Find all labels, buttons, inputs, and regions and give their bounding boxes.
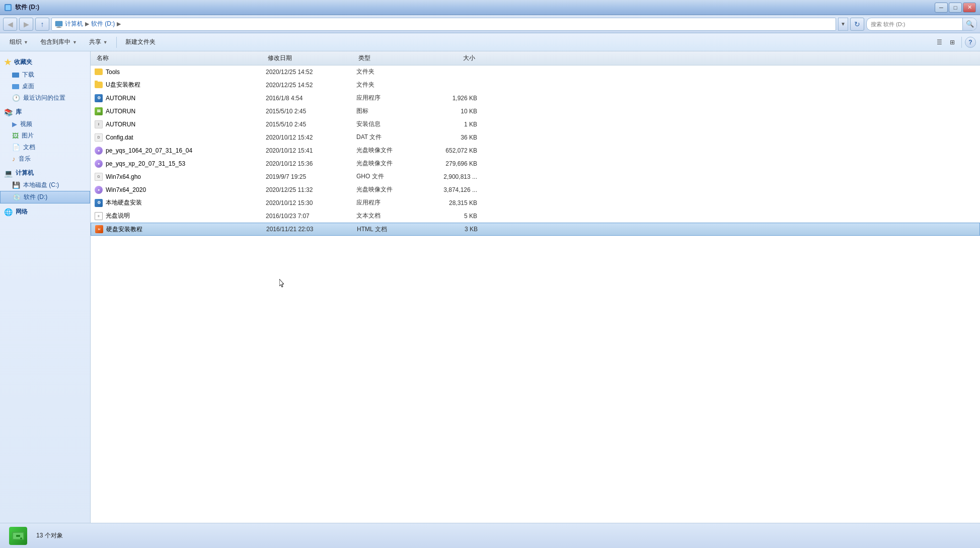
file-date-cell: 2020/12/25 14:52	[266, 82, 356, 89]
toolbar-separator	[116, 37, 117, 48]
sidebar-item-doc[interactable]: 📄 文档	[0, 142, 90, 153]
file-type-cell: 安装信息	[356, 120, 417, 128]
file-type-cell: 光盘映像文件	[356, 146, 417, 155]
file-date-cell: 2019/9/7 19:25	[266, 173, 356, 180]
sidebar-item-video[interactable]: ▶ 视频	[0, 118, 90, 130]
iso-icon: ●	[95, 160, 103, 168]
sidebar-item-music[interactable]: ♪ 音乐	[0, 153, 90, 165]
share-button[interactable]: 共享 ▼	[84, 35, 113, 49]
doc-icon: 📄	[12, 144, 20, 151]
col-header-size[interactable]: 大小	[417, 54, 477, 62]
view-grid-button[interactable]: ⊞	[946, 36, 958, 48]
col-header-name[interactable]: 名称	[95, 54, 266, 62]
help-button[interactable]: ?	[965, 37, 976, 48]
file-name-cell: ● pe_yqs_1064_20_07_31_16_04	[95, 147, 266, 155]
sidebar-item-c-drive[interactable]: 💾 本地磁盘 (C:)	[0, 179, 90, 191]
statusbar: 13 个对象	[0, 523, 980, 548]
addressbar: ◀ ▶ ↑ 计算机 ▶ 软件 (D:) ▶ ▼ ↻ 🔍	[0, 15, 980, 33]
col-header-type[interactable]: 类型	[356, 54, 417, 62]
address-dropdown[interactable]: ▼	[838, 18, 848, 31]
file-type-cell: DAT 文件	[356, 133, 417, 142]
back-button[interactable]: ◀	[3, 18, 17, 31]
folder-icon	[95, 68, 103, 75]
include-library-button[interactable]: 包含到库中 ▼	[35, 35, 83, 49]
view-toggle-button[interactable]: ☰	[933, 36, 945, 48]
sidebar-item-desktop[interactable]: 桌面	[0, 81, 90, 92]
forward-button[interactable]: ▶	[19, 18, 33, 31]
toolbar: 组织 ▼ 包含到库中 ▼ 共享 ▼ 新建文件夹 ☰ ⊞ ?	[0, 33, 980, 51]
file-type-cell: 应用程序	[356, 198, 417, 207]
download-icon	[12, 73, 19, 78]
table-row[interactable]: ⚙ AUTORUN 2016/1/8 4:54 应用程序 1,926 KB	[91, 92, 980, 105]
table-row[interactable]: ● pe_yqs_xp_20_07_31_15_53 2020/10/12 15…	[91, 157, 980, 170]
file-date-cell: 2015/5/10 2:45	[266, 108, 356, 115]
column-headers: 名称 修改日期 类型 大小	[91, 51, 980, 65]
new-folder-button[interactable]: 新建文件夹	[120, 35, 161, 49]
sidebar: ★ 收藏夹 下载 桌面 🕐 最近访问的位置 📚 库 ▶	[0, 51, 91, 523]
file-type-cell: 光盘映像文件	[356, 185, 417, 194]
statusbar-count: 13 个对象	[36, 531, 63, 540]
refresh-button[interactable]: ↻	[850, 18, 864, 31]
table-row[interactable]: H 硬盘安装教程 2016/11/21 22:03 HTML 文档 3 KB	[91, 223, 980, 236]
statusbar-icon	[8, 526, 28, 546]
minimize-button[interactable]: ─	[935, 3, 948, 13]
table-row[interactable]: ● Win7x64_2020 2020/12/25 11:32 光盘映像文件 3…	[91, 183, 980, 196]
table-row[interactable]: D Config.dat 2020/10/12 15:42 DAT 文件 36 …	[91, 131, 980, 144]
sidebar-item-d-drive[interactable]: 💿 软件 (D:)	[0, 191, 90, 203]
network-icon: 🌐	[4, 208, 13, 216]
window-icon	[4, 4, 12, 12]
html-icon: H	[95, 225, 103, 233]
breadcrumb-bar: 计算机 ▶ 软件 (D:) ▶	[51, 18, 836, 31]
search-button[interactable]: 🔍	[962, 18, 976, 30]
file-type-cell: GHO 文件	[356, 172, 417, 181]
table-row[interactable]: U盘安装教程 2020/12/25 14:52 文件夹	[91, 79, 980, 92]
file-type-cell: 图标	[356, 107, 417, 115]
exe-icon: ⚙	[95, 94, 103, 102]
table-row[interactable]: ● pe_yqs_1064_20_07_31_16_04 2020/10/12 …	[91, 144, 980, 157]
file-date-cell: 2020/10/12 15:42	[266, 134, 356, 141]
file-date-cell: 2020/12/25 14:52	[266, 68, 356, 76]
breadcrumb-drive[interactable]: 软件 (D:)	[91, 20, 115, 28]
clock-icon: 🕐	[12, 94, 20, 102]
table-row[interactable]: ≡ 光盘说明 2016/10/23 7:07 文本文档 5 KB	[91, 210, 980, 223]
file-name-cell: 🖼 AUTORUN	[95, 107, 266, 115]
c-drive-icon: 💾	[12, 181, 20, 189]
file-type-cell: 光盘映像文件	[356, 159, 417, 168]
file-size-cell: 3,874,126 ...	[417, 186, 477, 193]
file-size-cell: 5 KB	[417, 213, 477, 220]
titlebar-controls: ─ □ ✕	[935, 3, 976, 13]
file-area: 名称 修改日期 类型 大小 Tools 2020/12/25 14:52 文件夹…	[91, 51, 980, 523]
file-size-cell: 3 KB	[417, 226, 478, 233]
search-bar: 🔍	[866, 18, 977, 31]
organize-button[interactable]: 组织 ▼	[4, 35, 34, 49]
table-row[interactable]: i AUTORUN 2015/5/10 2:45 安装信息 1 KB	[91, 118, 980, 131]
video-icon: ▶	[12, 120, 17, 128]
sidebar-computer-header[interactable]: 💻 计算机	[0, 167, 90, 179]
file-size-cell: 1 KB	[417, 121, 477, 128]
table-row[interactable]: Tools 2020/12/25 14:52 文件夹	[91, 65, 980, 79]
sidebar-library-header[interactable]: 📚 库	[0, 106, 90, 118]
maximize-button[interactable]: □	[949, 3, 962, 13]
sidebar-network-header[interactable]: 🌐 网络	[0, 206, 90, 218]
dat-icon: D	[95, 133, 103, 142]
sidebar-favorites-header[interactable]: ★ 收藏夹	[0, 55, 90, 69]
table-row[interactable]: 🖼 AUTORUN 2015/5/10 2:45 图标 10 KB	[91, 105, 980, 118]
sidebar-item-download[interactable]: 下载	[0, 69, 90, 81]
file-name-cell: i AUTORUN	[95, 120, 266, 128]
file-size-cell: 2,900,813 ...	[417, 173, 477, 180]
inf-icon: i	[95, 120, 103, 128]
file-type-cell: 文件夹	[356, 67, 417, 76]
ico-icon: 🖼	[95, 107, 103, 115]
up-button[interactable]: ↑	[35, 18, 49, 31]
sidebar-item-recent[interactable]: 🕐 最近访问的位置	[0, 92, 90, 104]
col-header-date[interactable]: 修改日期	[266, 54, 356, 62]
table-row[interactable]: ⚙ 本地硬盘安装 2020/10/12 15:30 应用程序 28,315 KB	[91, 196, 980, 210]
toolbar-sep-2	[961, 37, 962, 48]
close-button[interactable]: ✕	[963, 3, 976, 13]
sidebar-item-picture[interactable]: 🖼 图片	[0, 130, 90, 142]
breadcrumb-computer[interactable]: 计算机	[65, 20, 83, 28]
table-row[interactable]: G Win7x64.gho 2019/9/7 19:25 GHO 文件 2,90…	[91, 170, 980, 183]
search-input[interactable]	[867, 21, 962, 27]
sidebar-section-favorites: ★ 收藏夹 下载 桌面 🕐 最近访问的位置	[0, 55, 90, 104]
file-name-cell: ● pe_yqs_xp_20_07_31_15_53	[95, 160, 266, 168]
